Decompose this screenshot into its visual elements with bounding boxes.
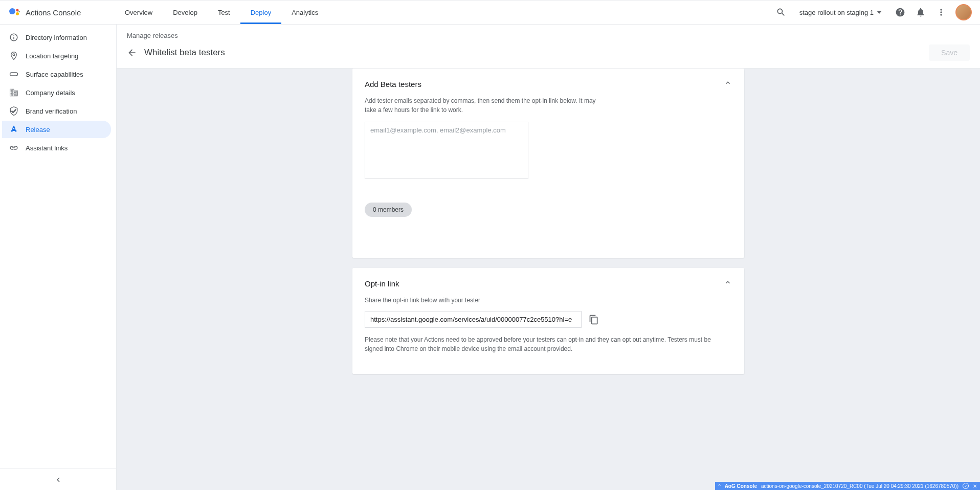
shield-icon [9,106,18,116]
debug-build: actions-on-google-console_20210720_RC00 … [761,483,959,489]
sidebar-item-links[interactable]: Assistant links [2,139,111,157]
debug-label: AoG Console [725,483,757,489]
location-icon [9,51,18,60]
sidebar-item-label: Location targeting [26,52,78,60]
info-icon [9,33,18,42]
card-title: Opt-in link [365,279,399,288]
dropdown-icon [877,11,882,14]
svg-point-2 [16,12,19,15]
notifications-icon[interactable] [915,6,927,18]
svg-rect-4 [10,73,18,76]
svg-point-3 [18,11,19,12]
top-bar: Actions Console Overview Develop Test De… [0,0,980,25]
card-header: Opt-in link [365,278,732,288]
optin-link-card: Opt-in link Share the opt-in link below … [352,268,744,374]
project-name: stage rollout on staging 1 [799,9,874,16]
sidebar-item-label: Surface capabilities [26,71,83,78]
sidebar-item-label: Assistant links [26,144,68,152]
members-chip[interactable]: 0 members [365,203,412,217]
chevron-up-icon [724,79,732,87]
optin-url-input[interactable] [365,311,582,328]
logo-area: Actions Console [8,6,115,18]
back-button[interactable] [127,48,137,58]
main-nav: Overview Develop Test Deploy Analytics [115,1,328,24]
breadcrumb[interactable]: Manage releases [127,32,970,39]
card-subtitle: Share the opt-in link below with your te… [365,296,600,305]
sidebar-item-brand[interactable]: Brand verification [2,102,111,120]
assistant-logo-icon [8,6,20,18]
tab-test[interactable]: Test [208,1,240,24]
card-title: Add Beta testers [365,80,421,88]
help-icon[interactable] [894,6,906,18]
svg-point-0 [9,8,15,14]
tab-deploy[interactable]: Deploy [240,1,281,24]
page-title-row: Whitelist beta testers Save [127,44,970,61]
chevron-up-icon [724,278,732,286]
tab-analytics[interactable]: Analytics [281,1,328,24]
card-subtitle: Add tester emails separated by commas, t… [365,96,600,115]
link-icon [9,143,18,152]
arrow-back-icon [127,48,137,58]
sidebar-item-company[interactable]: Company details [2,84,111,101]
add-testers-card: Add Beta testers Add tester emails separ… [352,69,744,258]
top-right: stage rollout on staging 1 [775,4,972,20]
optin-note: Please note that your Actions need to be… [365,335,723,353]
company-icon [9,88,18,97]
app-title: Actions Console [26,8,81,17]
sidebar-item-location[interactable]: Location targeting [2,47,111,64]
sidebar-items: Directory information Location targeting… [0,25,116,469]
collapse-button[interactable] [724,79,732,89]
search-icon[interactable] [775,6,787,18]
content-body: Add Beta testers Add tester emails separ… [117,69,980,490]
chevron-up-icon[interactable]: ^ [718,483,720,488]
content: Manage releases Whitelist beta testers S… [117,25,980,490]
project-selector[interactable]: stage rollout on staging 1 [795,9,886,16]
sidebar: Directory information Location targeting… [0,25,117,490]
sidebar-item-label: Brand verification [26,107,77,115]
save-button[interactable]: Save [929,44,970,61]
optin-row [365,311,732,328]
sidebar-item-label: Company details [26,89,75,97]
rocket-icon [9,125,18,134]
card-header: Add Beta testers [365,79,732,89]
chevron-left-icon [54,475,63,484]
page-title: Whitelist beta testers [144,48,225,58]
surface-icon [9,70,18,79]
copy-icon [589,315,599,325]
check-icon: ✓ [963,483,969,489]
close-icon[interactable]: ✕ [973,483,977,489]
debug-bar: ^ AoG Console actions-on-google-console_… [715,482,980,490]
tab-develop[interactable]: Develop [163,1,208,24]
tab-overview[interactable]: Overview [115,1,163,24]
layout: Directory information Location targeting… [0,25,980,490]
sidebar-item-release[interactable]: Release [2,121,111,138]
sidebar-item-surface[interactable]: Surface capabilities [2,65,111,83]
content-header: Manage releases Whitelist beta testers S… [117,25,980,69]
sidebar-item-label: Directory information [26,34,87,41]
svg-point-1 [16,9,19,12]
sidebar-collapse-button[interactable] [0,469,116,490]
sidebar-item-label: Release [26,126,50,133]
copy-button[interactable] [589,315,599,325]
tester-emails-input[interactable] [365,122,528,179]
more-icon[interactable] [935,6,947,18]
collapse-button[interactable] [724,278,732,288]
sidebar-item-directory[interactable]: Directory information [2,29,111,46]
avatar[interactable] [955,4,972,20]
